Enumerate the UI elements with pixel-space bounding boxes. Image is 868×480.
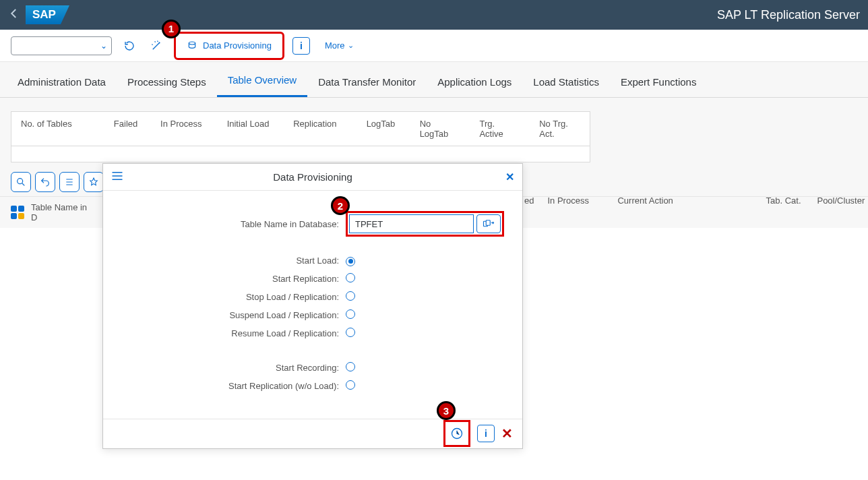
refresh-button[interactable] (120, 36, 139, 55)
col-ed: ed (524, 196, 534, 206)
tab-application-logs[interactable]: Application Logs (427, 76, 522, 97)
data-provisioning-label: Data Provisioning (203, 40, 272, 51)
data-provisioning-dialog: Data Provisioning ✕ Table Name in Databa… (102, 163, 523, 449)
stats-panel: No. of Tables Failed In Process Initial … (0, 98, 868, 168)
tab-administration-data[interactable]: Administration Data (7, 76, 117, 97)
start-replication-wo-load-label: Start Replication (w/o Load): (117, 381, 346, 391)
col-no-of-tables: No. of Tables (11, 112, 104, 146)
filter-button[interactable] (147, 36, 166, 55)
col-no-logtab: No LogTab (410, 112, 470, 146)
undo-grid-button[interactable] (35, 172, 55, 192)
table-name-input-group (346, 211, 504, 237)
app-title: SAP LT Replication Server (717, 8, 860, 22)
callout-badge-3: 3 (437, 401, 456, 420)
stop-load-replication-radio[interactable] (346, 291, 355, 301)
stop-load-replication-label: Stop Load / Replication: (117, 292, 346, 302)
col-pool-cluster: Pool/Cluster (817, 196, 865, 206)
col-in-process-grid: In Process (547, 196, 604, 206)
database-icon (187, 40, 197, 51)
col-trg-active: Trg. Active (470, 112, 530, 146)
tab-processing-steps[interactable]: Processing Steps (117, 76, 217, 97)
col-failed: Failed (104, 112, 151, 146)
info-button[interactable]: i (292, 37, 310, 55)
chevron-down-icon: ⌄ (100, 41, 107, 51)
suspend-load-replication-radio[interactable] (346, 309, 355, 319)
svg-point-0 (189, 42, 195, 44)
layout-icon[interactable] (11, 206, 24, 219)
favorite-grid-button[interactable] (84, 172, 104, 192)
table-name-label: Table Name in Database: (117, 219, 346, 229)
sap-logo: SAP (26, 5, 69, 24)
list-icon (64, 177, 75, 187)
multiple-selection-button[interactable] (476, 214, 501, 233)
chevron-down-icon: ⌄ (348, 41, 354, 50)
table-name-input[interactable] (349, 214, 474, 233)
start-replication-label: Start Replication: (117, 274, 346, 284)
dialog-title: Data Provisioning (273, 171, 352, 183)
main-toolbar: ⌄ Data Provisioning 1 i More ⌄ (0, 30, 868, 62)
more-label: More (325, 40, 345, 51)
clock-icon (450, 427, 464, 440)
dialog-footer: 3 i ✕ (103, 419, 522, 448)
tab-table-overview[interactable]: Table Overview (217, 74, 308, 97)
multiple-selection-icon (483, 219, 495, 229)
data-provisioning-button[interactable]: Data Provisioning (174, 32, 284, 60)
col-logtab: LogTab (357, 112, 410, 146)
callout-box-3 (443, 420, 470, 447)
resume-load-replication-radio[interactable] (346, 328, 355, 337)
start-replication-radio[interactable] (346, 273, 355, 282)
variant-select[interactable]: ⌄ (11, 36, 112, 55)
dialog-info-button[interactable]: i (477, 425, 495, 442)
dialog-close-button[interactable]: ✕ (505, 171, 514, 183)
back-button[interactable] (8, 7, 20, 23)
magnifier-icon (16, 177, 26, 187)
list-grid-button[interactable] (59, 172, 80, 192)
dialog-cancel-button[interactable]: ✕ (501, 425, 513, 442)
grid-columns-right: ed In Process Current Action Tab. Cat. P… (524, 196, 865, 206)
stats-header-row: No. of Tables Failed In Process Initial … (11, 111, 590, 146)
search-grid-button[interactable] (11, 172, 31, 192)
start-recording-radio[interactable] (346, 362, 355, 371)
col-replication: Replication (284, 112, 356, 146)
main-tabs: Administration Data Processing Steps Tab… (0, 62, 868, 98)
col-initial-load: Initial Load (218, 112, 284, 146)
resume-load-replication-label: Resume Load / Replication: (117, 328, 346, 338)
start-replication-wo-load-radio[interactable] (346, 380, 355, 390)
tab-expert-functions[interactable]: Expert Functions (610, 76, 708, 97)
info-icon: i (300, 40, 303, 51)
hamburger-icon (111, 171, 123, 181)
chevron-left-icon (8, 7, 20, 20)
dialog-menu-button[interactable] (111, 171, 123, 183)
col-table-name: Table Name in D (31, 202, 98, 222)
stats-data-row (11, 146, 590, 162)
tab-load-statistics[interactable]: Load Statistics (522, 76, 610, 97)
more-menu-button[interactable]: More ⌄ (318, 36, 361, 55)
start-load-label: Start Load: (117, 256, 346, 266)
tab-data-transfer-monitor[interactable]: Data Transfer Monitor (307, 76, 427, 97)
dialog-body: Table Name in Database: 2 Start Load: (103, 191, 522, 419)
info-icon: i (485, 428, 487, 439)
app-header: SAP SAP LT Replication Server (0, 0, 868, 30)
col-tab-cat: Tab. Cat. (766, 196, 803, 206)
suspend-load-replication-label: Suspend Load / Replication: (117, 310, 346, 320)
start-recording-label: Start Recording: (117, 363, 346, 373)
callout-badge-1: 1 (162, 20, 181, 38)
wand-icon (150, 40, 162, 52)
close-icon: ✕ (505, 171, 514, 183)
col-in-process: In Process (151, 112, 218, 146)
svg-point-1 (18, 179, 23, 184)
col-no-trg-act: No Trg. Act. (530, 112, 590, 146)
close-icon: ✕ (501, 426, 513, 441)
callout-badge-2: 2 (331, 196, 350, 215)
execute-button[interactable] (447, 423, 467, 444)
start-load-radio[interactable] (346, 257, 355, 266)
undo-icon (40, 177, 51, 187)
sap-logo-text: SAP (26, 5, 69, 24)
svg-rect-3 (486, 220, 490, 226)
col-current-action: Current Action (617, 196, 752, 206)
star-icon (88, 177, 99, 187)
dialog-header: Data Provisioning ✕ (103, 164, 522, 191)
refresh-icon (123, 40, 135, 52)
